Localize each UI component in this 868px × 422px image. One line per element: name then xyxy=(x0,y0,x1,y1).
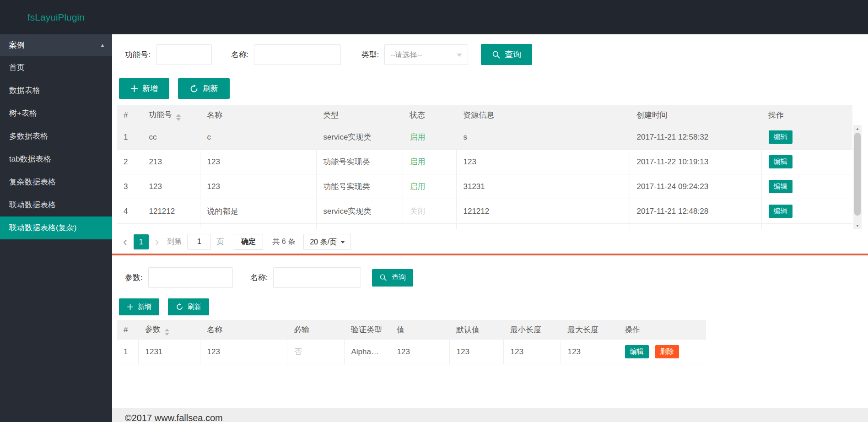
sort-desc-icon xyxy=(165,333,169,335)
edit-button[interactable]: 编辑 xyxy=(769,180,793,193)
col-min-len: 最小长度 xyxy=(503,320,561,340)
collapse-up-icon: ▲ xyxy=(100,34,105,56)
toolbar-2: 新增 刷新 xyxy=(119,298,863,315)
goto-confirm-button[interactable]: 确定 xyxy=(234,234,263,250)
sidebar-group-label: 案例 xyxy=(9,41,25,49)
col-value: 值 xyxy=(390,320,449,340)
footer: ©2017 www.fallsea.com xyxy=(112,408,868,422)
edit-button[interactable]: 编辑 xyxy=(769,155,793,168)
search-form-2: 参数: 名称: 查询 xyxy=(125,267,863,288)
type-select-value: --请选择-- xyxy=(390,51,422,59)
plus-icon xyxy=(127,303,134,310)
next-page-icon[interactable]: › xyxy=(155,235,159,249)
search-icon xyxy=(379,274,387,281)
section-divider xyxy=(112,254,868,255)
refresh-button-label: 刷新 xyxy=(188,303,201,311)
col-name: 名称 xyxy=(200,105,316,125)
sidebar-item-datatable[interactable]: 数据表格 xyxy=(0,79,112,102)
refresh-button-2[interactable]: 刷新 xyxy=(168,298,209,315)
add-button-1[interactable]: 新增 xyxy=(119,78,169,99)
type-label: 类型: xyxy=(361,49,379,60)
status-badge: 启用 xyxy=(410,157,426,166)
edit-button[interactable]: 编辑 xyxy=(625,345,649,358)
name-label-2: 名称: xyxy=(250,272,268,283)
col-created: 创建时间 xyxy=(630,105,761,125)
sidebar-item-linked-table[interactable]: 联动数据表格 xyxy=(0,194,112,216)
total-count: 共 6 条 xyxy=(272,237,295,247)
col-resource: 资源信息 xyxy=(456,105,630,125)
sidebar-group-cases[interactable]: 案例 ▲ xyxy=(0,34,112,56)
main-content: 功能号: 名称: 类型: --请选择-- 查询 新增 xyxy=(112,34,868,422)
sidebar-item-tree-table[interactable]: 树+表格 xyxy=(0,102,112,125)
table-scrollbar[interactable]: ▲ ▼ xyxy=(853,125,862,229)
name-input-2[interactable] xyxy=(273,267,361,288)
query-button-label: 查询 xyxy=(505,49,521,60)
col-status: 状态 xyxy=(403,105,456,125)
scrollbar-thumb[interactable] xyxy=(854,133,861,216)
sort-asc-icon xyxy=(165,329,169,331)
plus-icon xyxy=(130,85,138,92)
page-size-select[interactable]: 20 条/页 xyxy=(303,234,351,250)
func-no-input[interactable] xyxy=(156,44,212,65)
param-input[interactable] xyxy=(148,267,233,288)
col-ops: 操作 xyxy=(761,105,852,125)
delete-button[interactable]: 删除 xyxy=(655,345,679,358)
col-param[interactable]: 参数 xyxy=(138,320,200,340)
col-default: 默认值 xyxy=(449,320,503,340)
col-type: 类型 xyxy=(316,105,403,125)
status-badge: 启用 xyxy=(410,133,426,141)
sidebar-item-complex-table[interactable]: 复杂数据表格 xyxy=(0,171,112,194)
col-ops: 操作 xyxy=(618,320,706,340)
sidebar-item-linked-table-complex[interactable]: 联动数据表格(复杂) xyxy=(0,216,112,239)
prev-page-icon[interactable]: ‹ xyxy=(123,235,127,249)
sidebar-item-multi-table[interactable]: 多数据表格 xyxy=(0,125,112,148)
pagination: ‹ 1 › 到第 页 确定 共 6 条 20 条/页 xyxy=(123,233,863,250)
status-badge: 关闭 xyxy=(410,207,426,216)
function-table-header: # 功能号 名称 类型 状态 资源信息 创建时间 操作 xyxy=(117,105,852,125)
scroll-down-icon[interactable]: ▼ xyxy=(853,222,862,229)
refresh-button-label: 刷新 xyxy=(203,83,218,94)
query-button-label: 查询 xyxy=(391,273,406,282)
sort-desc-icon xyxy=(176,118,181,121)
col-func-no[interactable]: 功能号 xyxy=(142,105,200,125)
goto-page-input[interactable] xyxy=(187,234,211,250)
param-table: # 参数 名称 必输 验证类型 值 默认值 最小长度 最大长度 操作 1 123… xyxy=(117,320,706,364)
table-row: 3 123 123 功能号实现类 启用 31231 2017-11-24 09:… xyxy=(117,174,852,199)
add-button-label: 新增 xyxy=(142,83,158,94)
add-button-label: 新增 xyxy=(138,303,151,311)
chevron-down-icon xyxy=(457,54,462,57)
name-input-1[interactable] xyxy=(254,44,341,65)
param-label: 参数: xyxy=(125,272,143,283)
function-table-body: 1 cc c service实现类 启用 s 2017-11-21 12:58:… xyxy=(117,125,862,229)
toolbar-1: 新增 刷新 xyxy=(119,78,863,99)
sort-icon[interactable] xyxy=(176,114,181,121)
sort-icon[interactable] xyxy=(165,329,169,335)
page-size-value: 20 条/页 xyxy=(310,238,337,246)
sort-asc-icon xyxy=(176,114,181,117)
page-number[interactable]: 1 xyxy=(134,234,149,249)
search-form-1: 功能号: 名称: 类型: --请选择-- 查询 xyxy=(125,44,863,65)
name-label-1: 名称: xyxy=(231,49,249,60)
table-row: 1 cc c service实现类 启用 s 2017-11-21 12:58:… xyxy=(117,125,852,150)
refresh-icon xyxy=(176,303,183,311)
sidebar-item-home[interactable]: 首页 xyxy=(0,56,112,79)
table-row: 2 213 123 功能号实现类 启用 123 2017-11-22 10:19… xyxy=(117,150,852,174)
table-row: 4 121212 说的都是 service实现类 关闭 121212 2017-… xyxy=(117,199,852,224)
function-table: # 功能号 名称 类型 状态 资源信息 创建时间 操作 1 cc c xyxy=(117,105,863,229)
edit-button[interactable]: 编辑 xyxy=(769,205,793,218)
chevron-down-icon xyxy=(340,241,345,243)
sidebar-item-tab-table[interactable]: tab数据表格 xyxy=(0,148,112,171)
sidebar: 案例 ▲ 首页 数据表格 树+表格 多数据表格 tab数据表格 复杂数据表格 联… xyxy=(0,34,112,422)
refresh-button-1[interactable]: 刷新 xyxy=(178,78,230,99)
type-select[interactable]: --请选择-- xyxy=(384,44,468,65)
add-button-2[interactable]: 新增 xyxy=(119,298,159,315)
col-index: # xyxy=(117,320,138,340)
col-validate-type: 验证类型 xyxy=(344,320,390,340)
scroll-up-icon[interactable]: ▲ xyxy=(853,125,862,132)
query-button-1[interactable]: 查询 xyxy=(481,44,532,65)
edit-button[interactable]: 编辑 xyxy=(769,130,793,144)
table-row: 5 1212 森都 功能号实现类 启用 121 2017-11-21 12:46… xyxy=(117,224,852,230)
topbar: fsLayuiPlugin xyxy=(0,0,868,34)
func-no-label: 功能号: xyxy=(125,49,151,60)
query-button-2[interactable]: 查询 xyxy=(372,269,413,287)
